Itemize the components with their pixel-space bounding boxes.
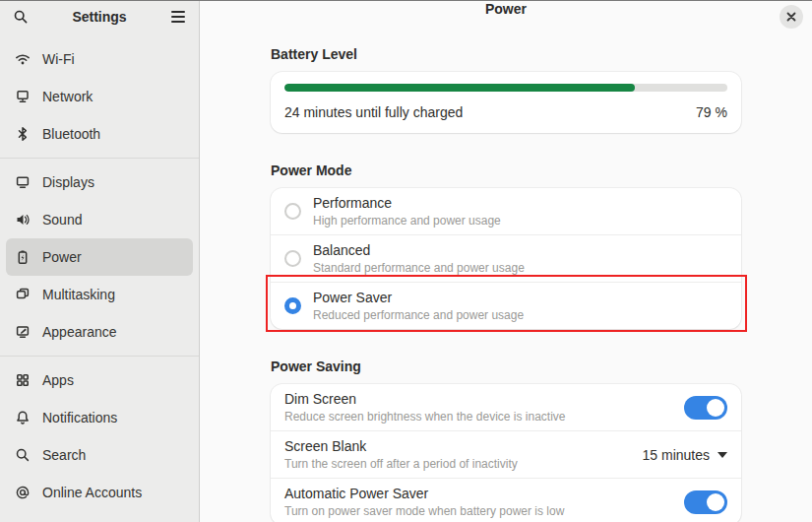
sidebar-item-label: Search xyxy=(42,447,86,463)
setting-title: Dim Screen xyxy=(284,389,672,409)
option-title: Balanced xyxy=(313,240,727,260)
sidebar-item-label: Wi-Fi xyxy=(42,51,75,67)
option-subtitle: High performance and power usage xyxy=(313,213,727,229)
sidebar-item-label: Appearance xyxy=(42,324,117,340)
sidebar-item-online-accounts[interactable]: Online Accounts xyxy=(6,474,193,511)
option-row-power-saver[interactable]: Power Saver Reduced performance and powe… xyxy=(271,282,741,329)
setting-wrap-automatic-power-saver: Automatic Power Saver Turn on power save… xyxy=(271,478,741,522)
sidebar-item-power[interactable]: Power xyxy=(6,238,193,276)
sidebar-item-label: Multitasking xyxy=(42,287,115,302)
option-text: Power Saver Reduced performance and powe… xyxy=(313,288,727,324)
setting-text: Screen Blank Turn the screen off after a… xyxy=(284,436,631,473)
sound-icon xyxy=(15,212,31,228)
setting-title: Automatic Power Saver xyxy=(284,484,672,503)
battery-status-text: 24 minutes until fully charged xyxy=(284,104,463,120)
option-title: Power Saver xyxy=(313,288,727,307)
option-title: Performance xyxy=(313,193,727,213)
search-icon[interactable] xyxy=(10,6,31,28)
battery-section: Battery Level 24 minutes until fully cha… xyxy=(271,46,741,133)
network-icon xyxy=(15,89,31,104)
battery-section-title: Battery Level xyxy=(271,46,741,62)
setting-title: Screen Blank xyxy=(284,436,631,456)
sidebar-item-label: Displays xyxy=(42,174,94,190)
power-icon xyxy=(15,249,31,265)
power-saver-radio[interactable] xyxy=(284,297,301,314)
displays-icon xyxy=(15,174,31,190)
power-mode-section-title: Power Mode xyxy=(271,163,741,178)
sidebar-item-multitasking[interactable]: Multitasking xyxy=(6,276,193,313)
battery-progress-fill xyxy=(284,84,635,92)
toggle-knob xyxy=(707,493,724,511)
apps-icon xyxy=(15,372,31,388)
sidebar: Settings Wi-Fi Network xyxy=(0,1,200,522)
option-wrap-balanced: Balanced Standard performance and power … xyxy=(271,234,741,282)
settings-window: Settings Wi-Fi Network xyxy=(0,0,812,522)
automatic-power-saver-toggle[interactable] xyxy=(684,490,727,514)
performance-radio[interactable] xyxy=(284,203,301,220)
power-mode-card: Performance High performance and power u… xyxy=(271,188,741,329)
main-header: Power xyxy=(200,1,812,17)
option-text: Performance High performance and power u… xyxy=(313,193,727,229)
wifi-icon xyxy=(15,51,31,67)
battery-text-row: 24 minutes until fully charged 79 % xyxy=(284,104,727,120)
setting-subtitle: Turn the screen off after a period of in… xyxy=(284,456,631,473)
option-row-performance[interactable]: Performance High performance and power u… xyxy=(271,188,741,234)
power-mode-section: Power Mode Performance High performance … xyxy=(271,163,741,329)
setting-text: Automatic Power Saver Turn on power save… xyxy=(284,484,672,520)
sidebar-item-label: Sound xyxy=(42,212,82,228)
sidebar-header: Settings xyxy=(0,1,199,33)
sidebar-item-search[interactable]: Search xyxy=(6,436,193,474)
sidebar-item-appearance[interactable]: Appearance xyxy=(6,313,193,351)
option-subtitle: Standard performance and power usage xyxy=(313,260,727,277)
battery-progress-track xyxy=(284,84,727,92)
setting-subtitle: Turn on power saver mode when battery po… xyxy=(284,503,672,520)
chevron-down-icon xyxy=(718,452,727,458)
notifications-icon xyxy=(15,410,31,425)
sidebar-item-label: Bluetooth xyxy=(42,126,100,142)
content: Battery Level 24 minutes until fully cha… xyxy=(271,17,741,522)
sidebar-item-bluetooth[interactable]: Bluetooth xyxy=(6,115,193,153)
sidebar-title: Settings xyxy=(72,9,126,25)
sidebar-item-wifi[interactable]: Wi-Fi xyxy=(6,40,193,78)
sidebar-item-network[interactable]: Network xyxy=(6,78,193,115)
sidebar-nav: Wi-Fi Network Bluetooth Display xyxy=(0,33,199,511)
balanced-radio[interactable] xyxy=(284,250,301,267)
toggle-knob xyxy=(707,399,724,417)
option-text: Balanced Standard performance and power … xyxy=(313,240,727,277)
sidebar-item-notifications[interactable]: Notifications xyxy=(6,399,193,436)
setting-row-automatic-power-saver[interactable]: Automatic Power Saver Turn on power save… xyxy=(271,478,741,522)
battery-percent-label: 79 % xyxy=(696,104,727,120)
sidebar-item-sound[interactable]: Sound xyxy=(6,201,193,238)
main-panel: Power Battery Level 24 minutes until ful… xyxy=(200,1,812,522)
dim-screen-toggle[interactable] xyxy=(684,396,727,420)
sidebar-divider xyxy=(0,356,199,357)
setting-subtitle: Reduce screen brightness when the device… xyxy=(284,409,672,425)
option-wrap-power-saver: Power Saver Reduced performance and powe… xyxy=(271,282,741,329)
battery-card: 24 minutes until fully charged 79 % xyxy=(271,72,741,133)
page-title: Power xyxy=(485,1,527,17)
sidebar-item-apps[interactable]: Apps xyxy=(6,361,193,399)
setting-row-screen-blank[interactable]: Screen Blank Turn the screen off after a… xyxy=(271,430,741,478)
power-saving-section-title: Power Saving xyxy=(271,359,741,374)
sidebar-item-label: Apps xyxy=(42,372,74,388)
sidebar-divider xyxy=(0,158,199,159)
setting-wrap-screen-blank: Screen Blank Turn the screen off after a… xyxy=(271,430,741,478)
sidebar-item-label: Online Accounts xyxy=(42,485,142,500)
hamburger-menu-icon[interactable] xyxy=(167,6,189,28)
search-icon xyxy=(15,447,31,463)
close-icon[interactable] xyxy=(780,5,803,29)
option-subtitle: Reduced performance and power usage xyxy=(313,307,727,324)
multitasking-icon xyxy=(15,287,31,302)
sidebar-item-label: Power xyxy=(42,249,82,265)
setting-row-dim-screen[interactable]: Dim Screen Reduce screen brightness when… xyxy=(271,384,741,430)
option-row-balanced[interactable]: Balanced Standard performance and power … xyxy=(271,234,741,282)
power-saving-section: Power Saving Dim Screen Reduce screen br… xyxy=(271,359,741,522)
sidebar-item-label: Network xyxy=(42,89,93,104)
option-wrap-performance: Performance High performance and power u… xyxy=(271,188,741,234)
power-saving-card: Dim Screen Reduce screen brightness when… xyxy=(271,384,741,522)
sidebar-item-displays[interactable]: Displays xyxy=(6,163,193,201)
screen-blank-dropdown[interactable]: 15 minutes xyxy=(643,447,727,463)
at-sign-icon xyxy=(15,485,31,500)
bluetooth-icon xyxy=(15,126,31,142)
setting-wrap-dim-screen: Dim Screen Reduce screen brightness when… xyxy=(271,384,741,430)
